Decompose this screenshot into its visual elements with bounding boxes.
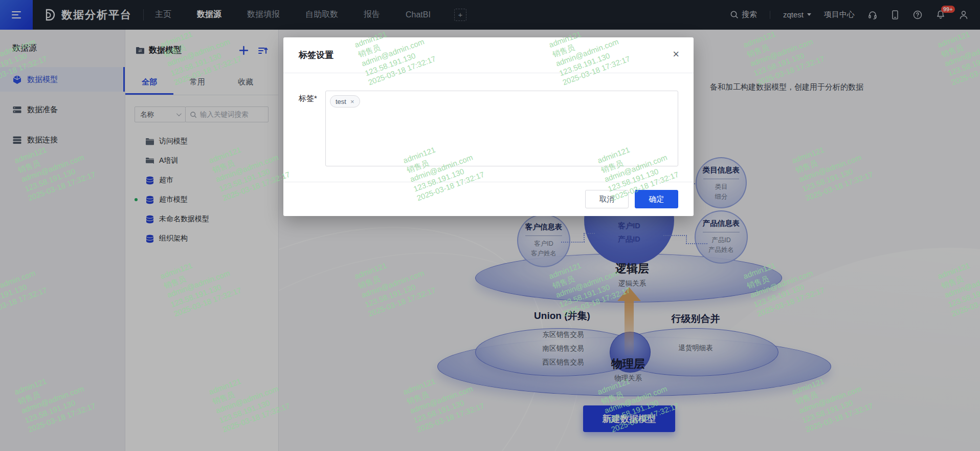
modal-footer: 取消 确定 [283, 182, 694, 216]
close-icon[interactable]: × [673, 49, 679, 60]
modal-body: 标签* test × [283, 73, 694, 166]
modal-header: 标签设置 × [283, 37, 694, 73]
confirm-button[interactable]: 确定 [635, 190, 678, 208]
remove-tag-icon[interactable]: × [350, 98, 354, 105]
tag-input-area[interactable]: test × [325, 91, 678, 166]
tag-field-label: 标签* [299, 91, 325, 166]
cancel-button[interactable]: 取消 [585, 190, 629, 208]
tag-settings-modal: 标签设置 × 标签* test × 取消 确定 [283, 37, 694, 216]
modal-title: 标签设置 [299, 49, 333, 61]
tag-chip: test × [330, 95, 360, 108]
app-screen: 数据分析平台 主页 数据源 数据填报 自助取数 报告 ChatBI + 搜索 z… [0, 0, 980, 451]
tag-chip-label: test [336, 98, 346, 105]
